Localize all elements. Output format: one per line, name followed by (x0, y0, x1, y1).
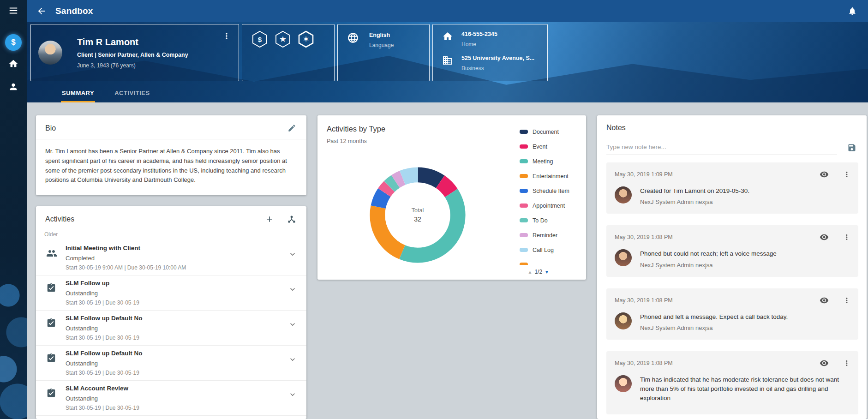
eye-icon (820, 359, 829, 368)
avatar (615, 312, 632, 329)
activities-title: Activities (45, 215, 74, 223)
eye-icon (820, 233, 829, 242)
pencil-icon (287, 124, 296, 132)
person-icon (8, 82, 18, 92)
chevron-down-icon[interactable] (288, 355, 297, 366)
note-menu-button[interactable] (843, 296, 851, 305)
activity-dates: Start 30-05-19 | Due 30-05-19 (66, 405, 281, 411)
activity-row[interactable]: Initial Meeting with Client Completed St… (36, 240, 306, 275)
badges-card: $ ★ ✶ (242, 24, 335, 81)
notes-card: Notes May 30, 2019 1:09 PM (597, 115, 867, 419)
tab-summary[interactable]: SUMMARY (61, 90, 95, 102)
legend-label: Entertainment (533, 173, 569, 180)
star-badge-icon[interactable]: ★ (274, 30, 292, 48)
home-icon (442, 31, 453, 42)
avatar (615, 375, 632, 392)
profile-menu-button[interactable] (221, 31, 232, 42)
kebab-icon (843, 233, 851, 241)
phone-number[interactable]: 416-555-2345 (461, 31, 497, 37)
back-arrow-icon (36, 6, 47, 16)
activity-title: SLM Follow up Default No (66, 315, 281, 322)
edit-bio-button[interactable] (287, 124, 296, 132)
note-menu-button[interactable] (843, 170, 851, 179)
note-menu-button[interactable] (843, 359, 851, 367)
bio-text: Mr. Tim Lamont has been a Senior Partner… (36, 139, 306, 195)
donut-total-value: 32 (414, 215, 421, 223)
language-value: English (369, 32, 394, 38)
legend-label: To Do (533, 217, 548, 224)
legend-item: Schedule Item (520, 185, 582, 197)
legend-label: Meeting (533, 158, 553, 165)
people-icon (46, 248, 57, 259)
finance-shortcut-button[interactable]: $ (5, 34, 22, 51)
view-note-button[interactable] (820, 233, 829, 242)
chevron-down-icon[interactable] (288, 390, 297, 401)
activity-title: SLM Account Review (66, 385, 281, 392)
note-item: May 30, 2019 1:09 PM Created for Tim Lam… (606, 162, 858, 214)
language-label: Language (369, 42, 394, 48)
chevron-down-icon[interactable] (288, 250, 297, 261)
activities-card: Activities Older Initial Meeting with Cl… (36, 206, 306, 419)
topbar: Sandbox (27, 0, 868, 22)
note-menu-button[interactable] (843, 233, 851, 241)
hierarchy-view-button[interactable] (287, 215, 296, 224)
chevron-down-icon[interactable] (288, 320, 297, 331)
kebab-icon (222, 31, 231, 41)
seal-badge-icon[interactable]: ✶ (297, 30, 315, 48)
legend-swatch (520, 144, 528, 149)
address-label: Business (461, 65, 534, 72)
legend-label: Call Log (533, 247, 554, 253)
chevron-down-icon[interactable] (288, 285, 297, 296)
note-author: NexJ System Admin nexjsa (640, 262, 777, 269)
chart-legend: Document Event Meeting Entertainment Sch… (520, 126, 582, 265)
home-button[interactable] (0, 54, 27, 74)
new-note-input[interactable] (606, 140, 837, 155)
activity-dates: Start 30-05-19 | Due 30-05-19 (66, 335, 281, 341)
bell-icon (848, 6, 857, 16)
view-note-button[interactable] (820, 359, 829, 368)
legend-swatch (520, 159, 528, 163)
view-note-button[interactable] (820, 296, 829, 305)
legend-item: Entertainment (520, 170, 582, 182)
add-activity-button[interactable] (265, 215, 274, 224)
back-button[interactable] (30, 0, 53, 22)
tab-activities[interactable]: ACTIVITIES (114, 90, 151, 102)
activity-row[interactable]: SLM Follow up Outstanding Start 30-05-19… (36, 275, 306, 311)
activity-title: Initial Meeting with Client (66, 245, 281, 251)
task-icon (46, 353, 56, 363)
main-content: Bio Mr. Tim Lamont has been a Senior Par… (27, 102, 868, 419)
globe-icon (347, 32, 359, 44)
profile-button[interactable] (0, 77, 27, 97)
legend-label: Event (533, 144, 547, 150)
note-item: May 30, 2019 1:08 PM Tim has indicated t… (606, 351, 858, 414)
avatar (615, 249, 632, 266)
save-note-button[interactable] (847, 143, 856, 152)
dollar-badge-icon[interactable]: $ (251, 30, 269, 48)
contact-methods-card: 416-555-2345 Home 525 University Avenue,… (432, 24, 548, 81)
activity-row[interactable]: SLM Follow up Default No Outstanding Sta… (36, 311, 306, 346)
sidebar: $ (0, 0, 27, 419)
activity-status: Outstanding (66, 290, 281, 297)
activity-title: SLM Follow up Default No (66, 350, 281, 357)
activity-row[interactable]: SLM Account Review Outstanding Start 30-… (36, 381, 306, 416)
home-icon (8, 59, 18, 69)
activity-status: Outstanding (66, 360, 281, 367)
eye-icon (820, 296, 829, 305)
address-value[interactable]: 525 University Avenue, S... (461, 55, 534, 61)
activity-dates: Start 30-05-19 | Due 30-05-19 (66, 370, 281, 376)
legend-item: Meeting (520, 155, 582, 168)
legend-swatch (520, 174, 528, 178)
legend-page-up-icon[interactable]: ▲ (528, 269, 533, 275)
legend-item: Event (520, 140, 582, 153)
view-note-button[interactable] (820, 170, 829, 179)
legend-page-down-icon[interactable]: ▼ (545, 269, 549, 275)
notifications-button[interactable] (843, 2, 862, 20)
hamburger-icon (8, 6, 18, 16)
task-icon (46, 318, 56, 328)
activity-title: SLM Follow up (66, 280, 281, 287)
menu-button[interactable] (8, 6, 18, 17)
activity-row[interactable]: SLM Follow up Default No Outstanding Sta… (36, 346, 306, 381)
kebab-icon (843, 170, 851, 179)
note-timestamp: May 30, 2019 1:08 PM (615, 360, 673, 366)
legend-label: Schedule Item (533, 188, 569, 194)
